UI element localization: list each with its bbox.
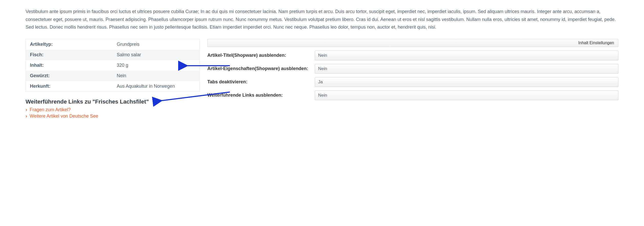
setting-row: Tabs deaktivieren: Ja [207, 77, 618, 87]
panel-header: Inhalt Einstellungen [207, 39, 618, 47]
link-text[interactable]: Weitere Artikel von Deutsche See [30, 114, 98, 119]
table-row: Herkunft:Aus Aquakultur in Norwegen [26, 81, 200, 92]
select-hide-links[interactable]: Nein [315, 91, 618, 100]
description-text: Vestibulum ante ipsum primis in faucibus… [26, 8, 618, 31]
properties-table: Artikeltyp:Grundpreis Fisch:Salmo salar … [26, 39, 200, 92]
prop-label: Inhalt: [26, 60, 113, 71]
setting-row: Weiterführende Links ausblenden: Nein [207, 91, 618, 100]
setting-label: Artikel-Eigenschaften(Shopware) ausblend… [207, 66, 310, 71]
setting-row: Artikel-Eigenschaften(Shopware) ausblend… [207, 64, 618, 74]
setting-label: Tabs deaktivieren: [207, 79, 310, 85]
setting-row: Artikel-Titel(Shopware) ausblenden: Nein [207, 51, 618, 60]
prop-value: Nein [113, 71, 200, 81]
link-item[interactable]: › Fragen zum Artikel? [26, 107, 200, 112]
select-hide-properties[interactable]: Nein [315, 64, 618, 74]
setting-label: Artikel-Titel(Shopware) ausblenden: [207, 53, 310, 58]
prop-label: Gewürzt: [26, 71, 113, 81]
table-row: Artikeltyp:Grundpreis [26, 39, 200, 50]
prop-label: Herkunft: [26, 81, 113, 92]
select-disable-tabs[interactable]: Ja [315, 77, 618, 87]
prop-value: Salmo salar [113, 50, 200, 60]
setting-label: Weiterführende Links ausblenden: [207, 93, 310, 98]
prop-label: Artikeltyp: [26, 39, 113, 50]
prop-value: Aus Aquakultur in Norwegen [113, 81, 200, 92]
table-row: Inhalt:320 g [26, 60, 200, 71]
table-row: Fisch:Salmo salar [26, 50, 200, 60]
link-text[interactable]: Fragen zum Artikel? [30, 107, 71, 112]
chevron-right-icon: › [26, 107, 27, 112]
links-heading: Weiterführende Links zu "Frisches Lachsf… [26, 98, 200, 105]
chevron-right-icon: › [26, 114, 27, 119]
select-hide-title[interactable]: Nein [315, 51, 618, 60]
link-item[interactable]: › Weitere Artikel von Deutsche See [26, 114, 200, 119]
table-row: Gewürzt:Nein [26, 71, 200, 81]
prop-value: Grundpreis [113, 39, 200, 50]
prop-label: Fisch: [26, 50, 113, 60]
prop-value: 320 g [113, 60, 200, 71]
